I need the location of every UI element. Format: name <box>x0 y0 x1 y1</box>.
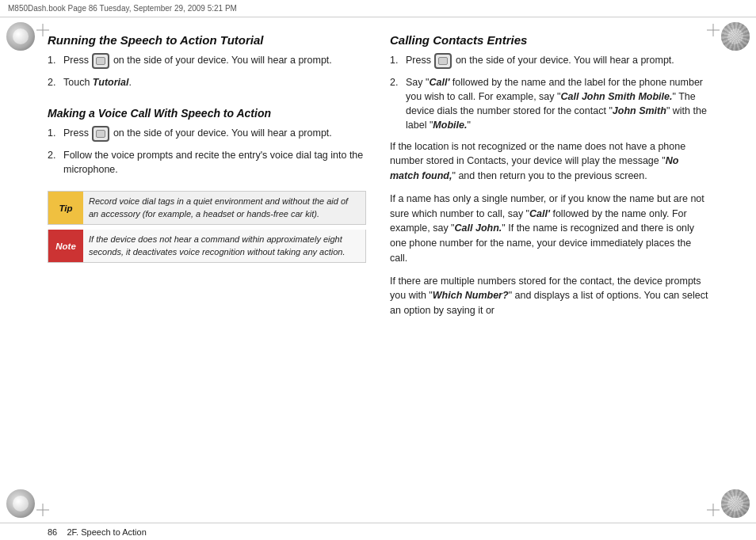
corner-decor-top-left <box>6 22 35 51</box>
running-tutorial-list: 1. Press ⊕ on the side of your device. Y… <box>48 53 366 89</box>
footer-separator <box>57 527 67 537</box>
corner-decor-top-right <box>721 22 750 51</box>
corner-decor-bottom-right <box>721 489 750 518</box>
section-title-running: Running the Speech to Action Tutorial <box>48 33 366 47</box>
tip-label: Tip <box>48 192 83 224</box>
section-title-voice-call: Making a Voice Call With Speech to Actio… <box>48 107 366 120</box>
voice-call-item-1: 1. Press ⊕ on the side of your device. Y… <box>48 126 366 142</box>
para-multiple-numbers: If there are multiple numbers stored for… <box>390 274 708 318</box>
tip-content: Record voice dial tags in a quiet enviro… <box>83 192 365 224</box>
speech-button-icon-2: ⊕ <box>92 126 109 142</box>
calling-item-2: 2. Say "Call' followed by the name and t… <box>390 75 708 133</box>
bottom-bar: 86 2F. Speech to Action <box>0 523 756 540</box>
calling-contacts-list: 1. Press ⊕ on the side of your device. Y… <box>390 53 708 133</box>
top-bar-text: M850Dash.book Page 86 Tuesday, September… <box>8 4 237 13</box>
voice-call-item-2: 2. Follow the voice prompts and recite t… <box>48 148 366 177</box>
note-content: If the device does not hear a command wi… <box>83 230 365 262</box>
section-running-tutorial: Running the Speech to Action Tutorial 1.… <box>48 33 366 96</box>
content-area: Running the Speech to Action Tutorial 1.… <box>40 17 716 523</box>
section-voice-call: Making a Voice Call With Speech to Actio… <box>48 96 366 183</box>
para-single-number: If a name has only a single number, or i… <box>390 192 708 266</box>
para-no-match: If the location is not recognized or the… <box>390 139 708 184</box>
section-title-calling: Calling Contacts Entries <box>390 33 708 47</box>
voice-call-list: 1. Press ⊕ on the side of your device. Y… <box>48 126 366 177</box>
corner-decor-bottom-left <box>6 489 35 518</box>
top-bar: M850Dash.book Page 86 Tuesday, September… <box>0 0 756 17</box>
right-column: Calling Contacts Entries 1. Press ⊕ on t… <box>390 33 708 507</box>
note-box: Note If the device does not hear a comma… <box>48 230 366 263</box>
running-list-item-2: 2. Touch Tutorial. <box>48 75 366 89</box>
page-number: 86 <box>48 527 57 537</box>
left-column: Running the Speech to Action Tutorial 1.… <box>48 33 366 507</box>
running-list-item-1: 1. Press ⊕ on the side of your device. Y… <box>48 53 366 69</box>
speech-button-icon-1: ⊕ <box>92 53 109 69</box>
tip-box: Tip Record voice dial tags in a quiet en… <box>48 191 366 225</box>
section-calling-contacts: Calling Contacts Entries 1. Press ⊕ on t… <box>390 33 708 139</box>
calling-item-1: 1. Press ⊕ on the side of your device. Y… <box>390 53 708 69</box>
footer-section: 2F. Speech to Action <box>67 527 146 537</box>
note-label: Note <box>48 230 83 262</box>
speech-button-icon-3: ⊕ <box>434 53 452 69</box>
page-container: M850Dash.book Page 86 Tuesday, September… <box>0 0 756 540</box>
